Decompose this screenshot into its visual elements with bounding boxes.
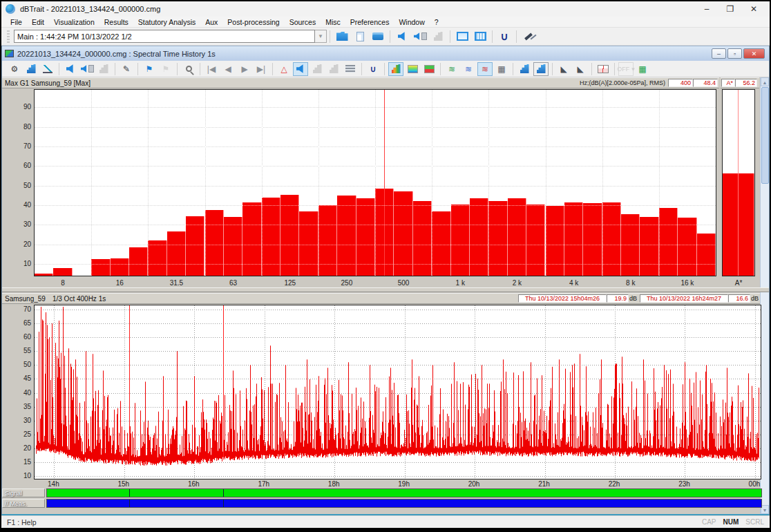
timeline-cursor-tick bbox=[129, 489, 130, 497]
magnet-icon[interactable]: ∪ bbox=[365, 62, 381, 76]
y-tick-label: 20 bbox=[13, 240, 31, 248]
pane-splitter[interactable] bbox=[2, 287, 769, 292]
annotate-pen-icon[interactable]: ✎ bbox=[119, 62, 134, 76]
frequency-cursor[interactable] bbox=[384, 90, 385, 276]
spectrum-bar bbox=[318, 205, 337, 276]
toolbar-separator bbox=[552, 63, 553, 75]
x-tick-label: 500 bbox=[398, 279, 410, 287]
spectrum-bar bbox=[526, 205, 545, 276]
levels-mini-1-icon[interactable] bbox=[310, 62, 325, 76]
measurement-selector-value: Main : 1:44:24 PM 10/13/2022 1/2 bbox=[17, 32, 132, 41]
child-restore-button[interactable]: ▫ bbox=[727, 48, 742, 59]
overall-bar-panel[interactable] bbox=[722, 89, 755, 276]
menu-window[interactable]: Window bbox=[394, 17, 429, 28]
source-levels-icon[interactable] bbox=[343, 62, 358, 76]
nav-prev-icon[interactable]: ◀ bbox=[220, 62, 236, 76]
child-close-button[interactable]: ✕ bbox=[743, 48, 765, 59]
timeline-cursor-tick bbox=[129, 500, 130, 507]
overview-chart-icon[interactable] bbox=[596, 62, 611, 76]
curves-red-icon[interactable]: ≋ bbox=[477, 62, 493, 76]
gridline-v-overlay bbox=[488, 90, 489, 276]
history-plot[interactable] bbox=[34, 305, 761, 479]
spectrum-plot[interactable] bbox=[34, 89, 716, 276]
menu-preferences[interactable]: Preferences bbox=[345, 17, 394, 28]
scrollbar-thumb[interactable] bbox=[761, 87, 769, 184]
child-minimize-button[interactable]: – bbox=[712, 48, 726, 59]
measurement-selector[interactable]: Main : 1:44:24 PM 10/13/2022 1/2 bbox=[14, 30, 315, 43]
gridline-v-overlay bbox=[432, 90, 432, 276]
curves-blue-icon[interactable]: ≋ bbox=[461, 62, 476, 76]
audio-monitor-icon[interactable] bbox=[293, 62, 308, 76]
nav-last-icon[interactable]: ▶| bbox=[254, 62, 269, 76]
values-table-icon[interactable]: ▦ bbox=[494, 62, 509, 76]
transfer-display-icon[interactable] bbox=[421, 62, 437, 76]
tools-hammer-icon[interactable] bbox=[520, 29, 537, 44]
curves-green-icon[interactable]: ≋ bbox=[444, 62, 459, 76]
y-tick-label: 25 bbox=[13, 430, 31, 438]
menu-sources[interactable]: Sources bbox=[285, 17, 321, 28]
audio-calc-icon[interactable] bbox=[79, 62, 95, 76]
nav-first-icon[interactable]: |◀ bbox=[204, 62, 219, 76]
alarm-triangle-icon[interactable]: △ bbox=[276, 62, 292, 76]
y-tick-label: 60 bbox=[13, 333, 31, 341]
audio-output-icon[interactable] bbox=[394, 29, 410, 44]
title-bar: dBTrait - 20221013_134424_000000.cmg – ❐… bbox=[1, 1, 770, 17]
menu-results[interactable]: Results bbox=[99, 17, 133, 28]
x-tick-label: 125 bbox=[284, 279, 296, 287]
spectrum-bars-icon[interactable] bbox=[388, 62, 403, 76]
histogram-add-icon[interactable] bbox=[517, 62, 532, 76]
menu-visualization[interactable]: Visualization bbox=[49, 17, 99, 28]
close-button[interactable]: ✕ bbox=[742, 2, 765, 16]
meas-row-label: // Meas. bbox=[2, 499, 45, 508]
y-tick-label: 15 bbox=[13, 458, 31, 466]
x-tick-label: 8 bbox=[61, 279, 65, 287]
menu-aux[interactable]: Aux bbox=[200, 17, 222, 28]
chevron-down-icon[interactable]: ▼ bbox=[315, 30, 327, 43]
menu-file[interactable]: File bbox=[6, 17, 27, 28]
menu--[interactable]: ? bbox=[430, 17, 444, 28]
zoom-icon[interactable] bbox=[181, 62, 196, 76]
display-setup-1-icon[interactable] bbox=[454, 29, 470, 44]
marker-flag-multi-icon[interactable]: ⚑ bbox=[158, 62, 173, 76]
restore-button[interactable]: ❐ bbox=[718, 2, 742, 16]
menu-statutory-analysis[interactable]: Statutory Analysis bbox=[133, 17, 200, 28]
signal-timeline[interactable] bbox=[46, 488, 762, 497]
menu-post-processing[interactable]: Post-processing bbox=[222, 17, 284, 28]
histogram-settings-icon[interactable] bbox=[23, 62, 39, 76]
timeline-cursor-tick bbox=[223, 500, 224, 507]
off-dropdown[interactable]: OFF▾ bbox=[618, 62, 634, 76]
status-key-cap: CAP bbox=[702, 518, 716, 526]
gridline-v-overlay bbox=[262, 90, 263, 276]
marker-flag-icon[interactable]: ⚑ bbox=[142, 62, 157, 76]
audio-play-icon[interactable] bbox=[63, 62, 78, 76]
levels-icon[interactable] bbox=[430, 29, 446, 44]
menu-edit[interactable]: Edit bbox=[27, 17, 49, 28]
minimize-button[interactable]: – bbox=[695, 2, 718, 16]
print-icon[interactable] bbox=[370, 29, 386, 44]
source-profile-2-icon[interactable]: ◣ bbox=[573, 62, 588, 76]
y-tick-label: 40 bbox=[13, 201, 31, 209]
scroll-up-icon[interactable]: ▲ bbox=[761, 77, 769, 86]
meas-timeline[interactable] bbox=[46, 499, 762, 508]
cursor-frequency-readout: 400 bbox=[668, 79, 693, 87]
open-file-icon[interactable] bbox=[334, 29, 350, 44]
spectrum-bar bbox=[432, 211, 450, 276]
histogram-window-icon[interactable] bbox=[533, 62, 549, 76]
levels-mini-2-icon[interactable] bbox=[326, 62, 341, 76]
menu-misc[interactable]: Misc bbox=[321, 17, 345, 28]
spectrum-bar bbox=[546, 206, 564, 276]
magnet-icon[interactable]: ∪ bbox=[496, 29, 513, 44]
audio-calibration-icon[interactable] bbox=[412, 29, 428, 44]
display-setup-2-icon[interactable] bbox=[472, 29, 488, 44]
nav-next-icon[interactable]: ▶ bbox=[237, 62, 252, 76]
audio-levels-icon[interactable] bbox=[96, 62, 111, 76]
spectrogram-icon[interactable] bbox=[405, 62, 420, 76]
cursor2-timestamp: Thu 10/13/2022 16h24m27 bbox=[640, 294, 728, 303]
measurement-grid-icon[interactable]: ▦ bbox=[635, 62, 650, 76]
new-document-icon[interactable] bbox=[352, 29, 368, 44]
source-profile-1-icon[interactable]: ◣ bbox=[556, 62, 571, 76]
curve-settings-icon[interactable] bbox=[40, 62, 55, 76]
spectrum-bar bbox=[640, 217, 658, 276]
settings-gear-icon[interactable]: ⚙ bbox=[7, 62, 22, 76]
menu-bar: FileEditVisualizationResultsStatutory An… bbox=[1, 17, 770, 28]
